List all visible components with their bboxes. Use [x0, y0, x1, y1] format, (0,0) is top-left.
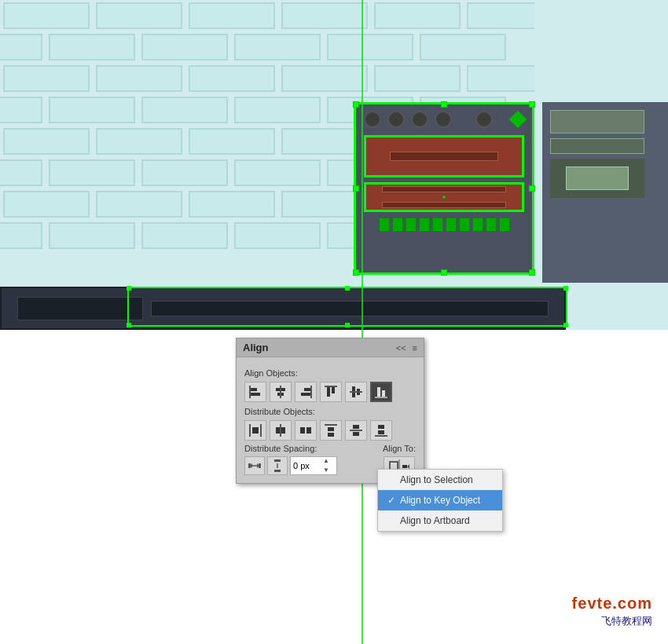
sel-edge-t	[441, 101, 447, 108]
bar-sel-b	[345, 323, 350, 327]
dist-left-btn[interactable]	[244, 420, 266, 441]
panel-menu-btn[interactable]: ≡	[413, 343, 417, 353]
panel-collapse-btn[interactable]: <<	[396, 343, 406, 353]
align-middle-v-btn[interactable]	[345, 382, 367, 402]
svg-rect-14	[350, 391, 362, 393]
align-panel: Align << ≡ Align Objects:	[236, 338, 424, 484]
equipment-top-icons	[356, 104, 532, 131]
svg-rect-11	[325, 386, 337, 387]
rack-slot-2b	[382, 202, 506, 208]
bar-sel-bl	[127, 323, 131, 327]
dist-horiz-spacing-btn[interactable]	[244, 456, 265, 475]
svg-rect-15	[377, 387, 380, 397]
svg-rect-17	[375, 397, 387, 398]
svg-rect-29	[353, 425, 359, 429]
bar-sel-tl	[127, 286, 131, 291]
dist-middle-v-btn[interactable]	[345, 420, 367, 441]
canvas-area	[0, 0, 668, 330]
svg-rect-25	[306, 427, 311, 434]
svg-rect-1	[249, 393, 260, 396]
watermark-sub: 飞特教程网	[572, 614, 652, 628]
svg-rect-20	[260, 424, 262, 437]
spacing-input[interactable]	[291, 459, 322, 472]
spacing-down-arrow[interactable]: ▼	[322, 466, 330, 475]
align-bottom-btn[interactable]	[370, 382, 392, 402]
align-top-btn[interactable]	[320, 382, 342, 402]
rack-panel-2	[364, 182, 524, 212]
svg-rect-40	[274, 459, 281, 462]
align-objects-label: Align Objects:	[244, 368, 416, 378]
panel-title: Align	[243, 342, 269, 353]
align-left-btn[interactable]	[244, 382, 266, 402]
svg-rect-24	[300, 427, 305, 434]
svg-rect-23	[280, 424, 281, 437]
check-key-object: ✓	[387, 495, 397, 506]
svg-rect-19	[252, 427, 259, 434]
svg-rect-34	[375, 435, 387, 437]
align-to-key-object-item[interactable]: ✓ Align to Key Object	[378, 490, 502, 510]
watermark: fevte.com 飞特教程网	[572, 595, 652, 628]
bottom-dark-bar	[0, 287, 566, 330]
panel-body: Align Objects:	[237, 357, 424, 483]
spacing-controls: ▲ ▼	[244, 456, 337, 475]
svg-rect-21	[276, 427, 280, 434]
sel-edge-r	[529, 185, 535, 192]
dist-vert-spacing-btn[interactable]	[267, 456, 288, 475]
svg-rect-9	[327, 387, 330, 397]
knob-4	[435, 111, 452, 128]
equipment-box	[354, 102, 534, 275]
distribute-objects-row	[244, 420, 416, 441]
dist-right-btn[interactable]	[295, 420, 317, 441]
svg-rect-27	[328, 427, 334, 431]
svg-rect-28	[328, 433, 334, 437]
sel-edge-l	[353, 185, 359, 192]
panel-titlebar: Align << ≡	[237, 338, 424, 357]
svg-rect-26	[325, 424, 337, 426]
right-panel	[542, 102, 668, 283]
vertical-guide-line	[362, 0, 363, 644]
svg-rect-33	[378, 430, 384, 434]
align-to-artboard-item[interactable]: Align to Artboard	[378, 510, 502, 531]
sel-corner-tr	[529, 101, 535, 108]
align-to-selection-item[interactable]: Align to Selection	[378, 470, 502, 490]
spacing-up-arrow[interactable]: ▲	[322, 456, 330, 466]
svg-rect-5	[280, 386, 281, 398]
panel-controls: << ≡	[396, 343, 417, 353]
svg-rect-30	[353, 432, 359, 436]
distribute-spacing-section: Distribute Spacing: ▲ ▼	[244, 444, 337, 475]
dist-bottom-btn[interactable]	[370, 420, 392, 441]
svg-rect-8	[310, 386, 312, 398]
svg-rect-2	[249, 386, 251, 398]
bar-selection-outline	[127, 287, 567, 327]
sel-corner-bl	[353, 269, 359, 276]
svg-rect-31	[350, 430, 362, 431]
svg-rect-22	[281, 427, 285, 434]
align-objects-row	[244, 382, 416, 402]
rack-panel-1	[364, 135, 524, 177]
bar-sel-br	[563, 323, 568, 327]
svg-rect-32	[378, 425, 384, 429]
align-to-label: Align To:	[383, 444, 416, 453]
dist-top-btn[interactable]	[320, 420, 342, 441]
bar-sel-t	[345, 286, 350, 291]
svg-rect-7	[301, 393, 312, 396]
rack-slot-1	[390, 152, 499, 161]
rack-slot-2a	[382, 186, 506, 192]
align-to-dropdown: Align to Selection ✓ Align to Key Object…	[377, 469, 503, 532]
align-right-btn[interactable]	[295, 382, 317, 402]
svg-rect-41	[274, 470, 281, 472]
dist-center-h-btn[interactable]	[270, 420, 292, 441]
svg-rect-10	[332, 387, 335, 393]
svg-marker-45	[402, 465, 407, 468]
sel-edge-b	[441, 269, 447, 276]
knob-2	[387, 111, 405, 128]
dist-spacing-label: Distribute Spacing:	[244, 444, 337, 453]
sel-corner-tl	[353, 101, 359, 108]
bar-sel-tr	[563, 286, 568, 291]
spacing-arrows: ▲ ▼	[322, 456, 330, 475]
svg-rect-16	[382, 390, 385, 397]
align-center-h-btn[interactable]	[270, 382, 292, 402]
knob-3	[411, 111, 428, 128]
sel-corner-br	[529, 269, 535, 276]
vent-grid	[364, 216, 524, 233]
